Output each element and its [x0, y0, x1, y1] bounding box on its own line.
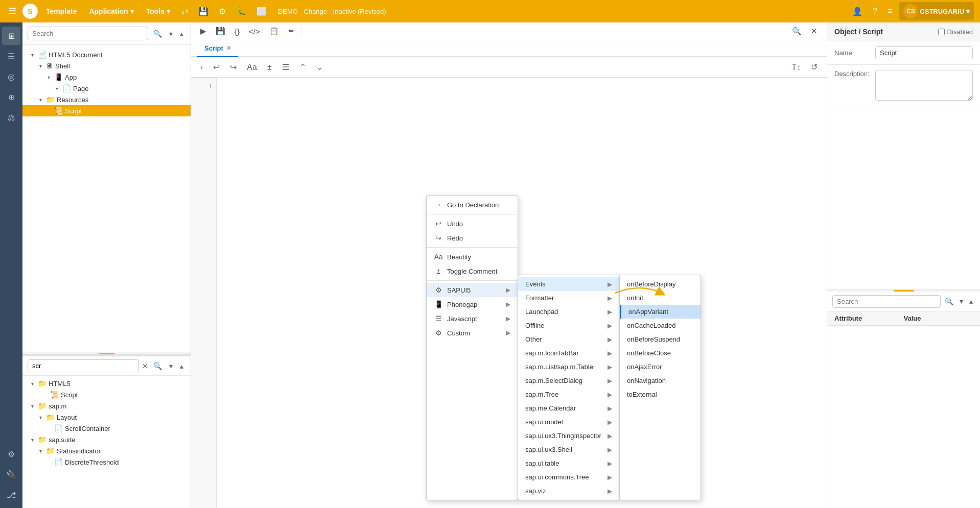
- profile-icon-btn[interactable]: 👤: [849, 5, 866, 18]
- save-icon-btn[interactable]: 💾: [195, 5, 212, 18]
- submenu-sapmtree[interactable]: sap.m.Tree ▶: [518, 388, 619, 401]
- sidebar-nav-globe[interactable]: ◎: [2, 67, 20, 86]
- bottom-search-button[interactable]: 🔍: [151, 360, 164, 372]
- btree-html5[interactable]: ▾ 📁 HTML5: [22, 378, 191, 389]
- btree-discretethreshold[interactable]: 📄 DiscreteThreshold: [22, 456, 191, 468]
- clipboard-btn[interactable]: 📋: [266, 25, 282, 38]
- desc-textarea[interactable]: [875, 70, 973, 101]
- submenu-onnavigation[interactable]: onNavigation: [620, 374, 701, 388]
- sidebar-nav-git[interactable]: ⎇: [2, 486, 20, 504]
- back-btn[interactable]: ‹: [197, 61, 206, 74]
- layout-icon-btn[interactable]: ≡: [884, 5, 895, 18]
- filter-expand-btn[interactable]: ▴: [178, 28, 185, 40]
- btree-statusindicator[interactable]: ▾ 📁 Statusindicator: [22, 445, 191, 456]
- submenu-launchpad[interactable]: Launchpad ▶: [518, 305, 619, 319]
- pen-btn[interactable]: ✒: [285, 25, 298, 38]
- right-expand-btn[interactable]: ▴: [967, 295, 975, 307]
- right-search-input[interactable]: [832, 295, 941, 308]
- btree-scrollcontainer[interactable]: 📄 ScrollContainer: [22, 423, 191, 434]
- right-search-btn[interactable]: 🔍: [943, 295, 955, 307]
- menu-undo[interactable]: ↩ Undo: [427, 216, 518, 231]
- submenu-sapmecalendar[interactable]: sap.me.Calendar ▶: [518, 401, 619, 415]
- menu-javascript[interactable]: ☰ Javascript ▶: [427, 311, 518, 326]
- tree-toggle[interactable]: ▾: [45, 75, 52, 80]
- undo-btn[interactable]: ↩: [210, 60, 223, 74]
- code-btn[interactable]: </>: [246, 25, 263, 38]
- save-btn[interactable]: 💾: [213, 25, 228, 38]
- sidebar-nav-extension[interactable]: 🔌: [2, 465, 20, 483]
- sidebar-nav-list[interactable]: ☰: [2, 47, 20, 65]
- template-nav[interactable]: Template: [42, 5, 81, 17]
- btree-layout[interactable]: ▾ 📁 Layout: [22, 412, 191, 423]
- tree-toggle[interactable]: ▾: [37, 63, 44, 69]
- submenu-sapuiux3thing[interactable]: sap.ui.ux3.ThingInspector ▶: [518, 429, 619, 443]
- submenu-sapuicommonstree[interactable]: sap.ui.commons.Tree ▶: [518, 470, 619, 484]
- help-icon-btn[interactable]: ?: [870, 5, 880, 18]
- run-btn[interactable]: ▶: [197, 25, 209, 38]
- redo-btn[interactable]: ↪: [227, 60, 240, 74]
- menu-button[interactable]: ☰: [6, 4, 18, 19]
- submenu-sapmselectdialog[interactable]: sap.m.SelectDialog ▶: [518, 374, 619, 388]
- btree-script[interactable]: 📜 Script: [22, 389, 191, 400]
- btree-sapsuite[interactable]: ▾ 📁 sap.suite: [22, 434, 191, 445]
- submenu-sapuimodel[interactable]: sap.ui.model ▶: [518, 415, 619, 429]
- submenu-onappvariant[interactable]: onAppVariant: [620, 305, 701, 319]
- refresh-btn[interactable]: ↺: [808, 60, 821, 74]
- sidebar-nav-settings[interactable]: ⚙: [2, 445, 20, 463]
- tree-toggle[interactable]: ▾: [37, 97, 44, 103]
- bottom-search-input[interactable]: [28, 359, 139, 372]
- editor-search-btn[interactable]: 🔍: [789, 25, 805, 38]
- git-icon-btn[interactable]: ⇄: [178, 5, 191, 18]
- clear-search-btn[interactable]: ✕: [142, 362, 148, 370]
- tree-item-resources[interactable]: ▾ 📁 Resources: [22, 94, 191, 105]
- tools-nav[interactable]: Tools ▾: [142, 5, 174, 17]
- submenu-sapmicontabbar[interactable]: sap.m.IconTabBar ▶: [518, 346, 619, 360]
- submenu-events[interactable]: Events ▶: [518, 277, 619, 291]
- submenu-formatter[interactable]: Formatter ▶: [518, 291, 619, 305]
- tree-toggle[interactable]: ▾: [53, 86, 60, 91]
- beautify-btn[interactable]: Aa: [244, 61, 260, 74]
- search-input[interactable]: [28, 27, 148, 40]
- font-size-btn[interactable]: T↕: [788, 61, 804, 74]
- submenu-offline[interactable]: Offline ▶: [518, 319, 619, 332]
- submenu-oninit[interactable]: onInit: [620, 291, 701, 305]
- editor-close-btn[interactable]: ✕: [808, 25, 821, 38]
- tree-toggle[interactable]: ▾: [29, 403, 36, 409]
- sidebar-nav-home[interactable]: ⊞: [2, 27, 20, 45]
- submenu-onbeforesuspend[interactable]: onBeforeSuspend: [620, 332, 701, 346]
- menu-toggle-comment[interactable]: ± Toggle Comment: [427, 264, 518, 278]
- debug-icon-btn[interactable]: 🐛: [233, 5, 249, 18]
- submenu-sapviz[interactable]: sap.viz ▶: [518, 484, 619, 498]
- sidebar-nav-scale[interactable]: ⚖: [2, 108, 20, 127]
- menu-sapui5[interactable]: ⚙ SAPUI5 ▶: [427, 283, 518, 297]
- submenu-other[interactable]: Other ▶: [518, 332, 619, 346]
- tree-item-html5document[interactable]: ▾ 📄 HTML5 Document: [22, 49, 191, 60]
- search-button[interactable]: 🔍: [151, 28, 164, 40]
- filter-collapse-btn[interactable]: ▾: [167, 28, 175, 40]
- braces-btn[interactable]: {}: [231, 25, 243, 38]
- tree-item-script[interactable]: 📜 Script: [22, 105, 191, 116]
- tree-item-app[interactable]: ▾ 📱 App: [22, 71, 191, 83]
- tab-script[interactable]: Script ✕: [197, 40, 238, 57]
- name-input[interactable]: [875, 46, 973, 59]
- submenu-onajaxerror[interactable]: onAjaxError: [620, 360, 701, 374]
- tools-icon-btn[interactable]: ⚙: [216, 5, 229, 18]
- btree-sapm[interactable]: ▾ 📁 sap.m: [22, 400, 191, 412]
- bottom-filter-collapse[interactable]: ▾: [167, 360, 175, 372]
- tree-item-shell[interactable]: ▾ 🖥 Shell: [22, 60, 191, 71]
- application-nav[interactable]: Application ▾: [85, 5, 137, 17]
- menu-custom[interactable]: ⚙ Custom ▶: [427, 326, 518, 340]
- align-btn[interactable]: ☰: [279, 60, 292, 74]
- tree-toggle[interactable]: ▾: [29, 437, 36, 443]
- tree-toggle[interactable]: ▾: [29, 52, 36, 58]
- collapse-all-btn[interactable]: ⌃: [296, 60, 309, 74]
- submenu-sapmlists[interactable]: sap.m.List/sap.m.Table ▶: [518, 360, 619, 374]
- submenu-onbeforeclose[interactable]: onBeforeClose: [620, 346, 701, 360]
- tree-item-page[interactable]: ▾ 📄 Page: [22, 83, 191, 94]
- expand-all-btn[interactable]: ⌄: [313, 60, 326, 74]
- menu-phonegap[interactable]: 📱 Phonegap ▶: [427, 297, 518, 311]
- preview-icon-btn[interactable]: ⬜: [253, 5, 270, 18]
- user-menu[interactable]: CS CSTRUGARIU ▾: [899, 2, 974, 20]
- bottom-filter-expand[interactable]: ▴: [178, 360, 185, 372]
- sidebar-nav-share[interactable]: ⊕: [2, 88, 20, 106]
